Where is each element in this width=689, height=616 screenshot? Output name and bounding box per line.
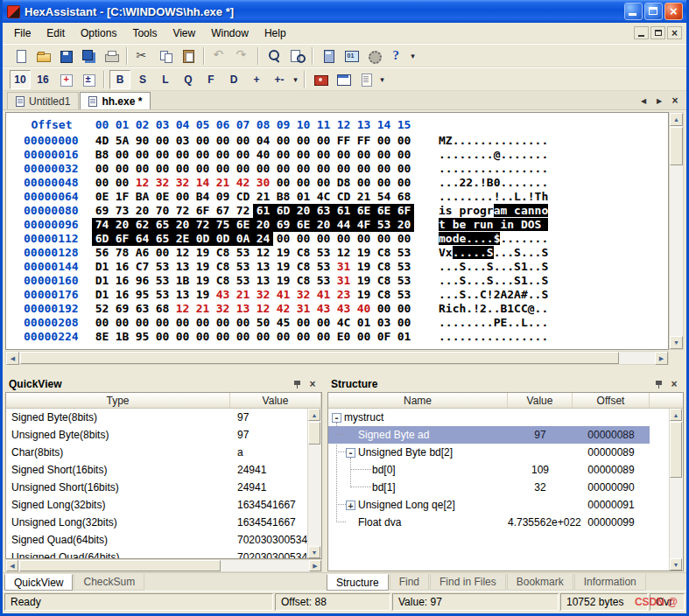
horizontal-scrollbar-thumb[interactable]	[19, 560, 221, 571]
bottom-tab-find-in-files[interactable]: Find in Files	[430, 574, 506, 591]
hex-byte-cell[interactable]: 00	[394, 302, 414, 316]
quickview-row[interactable]: Signed Quad(64bits)7020303005348949615	[6, 531, 307, 549]
ascii-cell[interactable]: m	[439, 232, 446, 245]
ascii-cell[interactable]: .	[507, 316, 514, 329]
hex-byte-cell[interactable]: 09	[213, 190, 233, 204]
hex-byte-cell[interactable]: 0F	[374, 330, 394, 344]
ascii-cell[interactable]: Z	[446, 134, 453, 147]
hex-byte-cell[interactable]: 19	[354, 260, 374, 274]
ascii-cell[interactable]: S	[487, 260, 494, 273]
ascii-cell[interactable]: .	[480, 246, 487, 259]
hex-byte-cell[interactable]: 0D	[193, 232, 213, 246]
scroll-down-button[interactable]	[670, 558, 682, 570]
op-plus-minus-button[interactable]: +-	[269, 70, 290, 89]
hex-byte-cell[interactable]: 53	[152, 288, 172, 302]
hex-byte-cell[interactable]: 43	[334, 302, 354, 316]
hex-byte-cell[interactable]: 13	[253, 274, 273, 288]
hex-byte-cell[interactable]: 40	[253, 148, 273, 162]
hex-byte-cell[interactable]: 73	[112, 204, 132, 218]
ascii-cell[interactable]: .	[439, 190, 446, 203]
hex-byte-cell[interactable]: 32	[213, 302, 233, 316]
ascii-cell[interactable]: .	[466, 232, 473, 245]
hex-byte-cell[interactable]: 00	[374, 302, 394, 316]
hex-byte-cell[interactable]: 00	[313, 316, 334, 330]
hex-byte-cell[interactable]: 31	[334, 260, 354, 274]
ascii-cell[interactable]: .	[541, 330, 548, 343]
hex-byte-cell[interactable]: 43	[213, 288, 233, 302]
hex-byte-cell[interactable]: FF	[354, 134, 374, 148]
open-file-button[interactable]	[32, 46, 53, 66]
scroll-down-button[interactable]	[670, 336, 683, 349]
ascii-cell[interactable]: L	[514, 190, 521, 203]
ascii-cell[interactable]: A	[514, 288, 521, 301]
ascii-cell[interactable]: .	[528, 148, 535, 161]
document-tab-hh-exe[interactable]: hh.exe *	[80, 92, 151, 109]
hex-byte-cell[interactable]: 00	[273, 148, 293, 162]
ascii-cell[interactable]: !	[480, 176, 487, 189]
hex-byte-cell[interactable]: 00	[213, 330, 233, 344]
mdi-close-button[interactable]	[667, 26, 682, 39]
hex-byte-cell[interactable]: 19	[193, 246, 213, 260]
hex-byte-cell[interactable]: 00	[313, 134, 334, 148]
hex-byte-cell[interactable]: 6E	[233, 218, 253, 232]
ascii-cell[interactable]: .	[473, 134, 480, 147]
ascii-cell[interactable]: .	[521, 190, 528, 203]
hex-byte-cell[interactable]: C8	[374, 274, 394, 288]
hex-byte-cell[interactable]: 61	[334, 204, 354, 218]
hex-byte-cell[interactable]: 19	[354, 246, 374, 260]
ascii-cell[interactable]: .	[507, 260, 514, 273]
hex-byte-cell[interactable]: 19	[354, 274, 374, 288]
hex-byte-cell[interactable]: 32	[152, 176, 172, 190]
ascii-cell[interactable]: .	[528, 246, 535, 259]
hex-byte-cell[interactable]: 00	[152, 162, 172, 176]
panel-splitter[interactable]	[3, 365, 686, 376]
bottom-tab-bookmark[interactable]: Bookmark	[507, 574, 573, 591]
hex-byte-cell[interactable]: 19	[273, 246, 293, 260]
ascii-cell[interactable]: .	[466, 190, 473, 203]
hex-byte-cell[interactable]: BA	[132, 190, 152, 204]
hex-byte-cell[interactable]: 04	[253, 134, 273, 148]
hex-byte-cell[interactable]: 6D	[273, 204, 293, 218]
hex-byte-cell[interactable]: 00	[92, 176, 112, 190]
ascii-cell[interactable]: .	[473, 316, 480, 329]
ascii-cell[interactable]: .	[528, 162, 535, 175]
hex-byte-cell[interactable]: 21	[253, 190, 273, 204]
ascii-cell[interactable]: .	[439, 162, 446, 175]
ascii-cell[interactable]: S	[541, 274, 548, 287]
vertical-scrollbar-thumb[interactable]	[670, 422, 682, 478]
quickview-horizontal-scrollbar[interactable]	[5, 559, 322, 572]
hex-byte-cell[interactable]: 52	[92, 302, 112, 316]
structure-row-unsigned-byte-bd-2[interactable]: -Unsigned Byte bd[2]00000089	[328, 444, 669, 461]
find-in-files-button[interactable]	[286, 46, 307, 66]
hex-byte-cell[interactable]: 00	[273, 134, 293, 148]
hex-byte-cell[interactable]: 00	[394, 148, 414, 162]
hex-byte-cell[interactable]: 90	[132, 134, 152, 148]
ascii-cell[interactable]	[507, 204, 514, 217]
hex-byte-cell[interactable]: 53	[394, 246, 414, 260]
ascii-cell[interactable]: .	[487, 190, 494, 203]
ascii-cell[interactable]: .	[514, 330, 521, 343]
hex-byte-cell[interactable]: 6D	[92, 232, 112, 246]
ascii-cell[interactable]: .	[528, 330, 535, 343]
bottom-tab-quickview[interactable]: QuickView	[4, 574, 73, 591]
hex-byte-cell[interactable]: 00	[293, 162, 313, 176]
hex-byte-cell[interactable]: 32	[172, 176, 193, 190]
ascii-cell[interactable]: !	[528, 190, 535, 203]
hex-byte-cell[interactable]: 00	[394, 316, 414, 330]
ascii-cell[interactable]	[446, 218, 453, 231]
hex-byte-cell[interactable]: 00	[273, 176, 293, 190]
expand-icon[interactable]: +	[346, 500, 355, 510]
ascii-cell[interactable]: .	[473, 190, 480, 203]
hex-byte-cell[interactable]: C7	[132, 260, 152, 274]
hex-byte-cell[interactable]: 6E	[374, 204, 394, 218]
ascii-cell[interactable]: .	[480, 316, 487, 329]
structure-row-bd-1[interactable]: bd[1]3200000090	[328, 479, 669, 496]
hex-byte-cell[interactable]: 19	[273, 274, 293, 288]
hex-byte-cell[interactable]: 23	[334, 288, 354, 302]
hex-byte-cell[interactable]: 14	[193, 176, 213, 190]
hex-byte-cell[interactable]: B4	[193, 190, 213, 204]
copy-button[interactable]	[155, 46, 176, 66]
hex-byte-cell[interactable]: 1F	[112, 190, 132, 204]
quickview-pin-button[interactable]	[292, 379, 304, 390]
redo-button[interactable]	[232, 46, 253, 66]
